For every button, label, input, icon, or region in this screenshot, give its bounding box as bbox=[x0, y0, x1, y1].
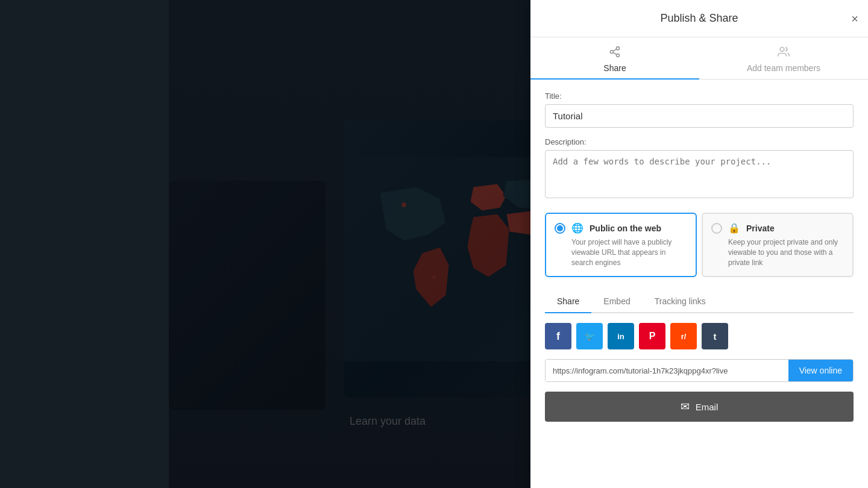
url-input[interactable] bbox=[546, 360, 788, 381]
private-title: Private bbox=[746, 224, 775, 233]
facebook-button[interactable]: f bbox=[545, 323, 571, 349]
lock-icon: 🔒 bbox=[728, 222, 740, 234]
sub-tab-embed-label: Embed bbox=[603, 296, 630, 306]
pinterest-button[interactable]: P bbox=[639, 323, 665, 349]
facebook-icon: f bbox=[556, 330, 560, 343]
publish-share-modal: Publish & Share × Share bbox=[530, 0, 868, 488]
visibility-options: 🌐 Public on the web Your project will ha… bbox=[545, 213, 854, 277]
tab-add-team[interactable]: Add team members bbox=[699, 37, 868, 79]
svg-point-7 bbox=[617, 47, 620, 50]
modal-header: Publish & Share × bbox=[530, 0, 868, 37]
sub-tab-share[interactable]: Share bbox=[545, 292, 591, 312]
sub-tab-tracking-label: Tracking links bbox=[655, 296, 706, 306]
tab-share[interactable]: Share bbox=[530, 37, 699, 79]
title-label: Title: bbox=[545, 92, 854, 101]
private-description: Keep your project private and only viewa… bbox=[711, 237, 844, 267]
linkedin-icon: in bbox=[617, 332, 624, 341]
description-label: Description: bbox=[545, 137, 854, 146]
title-input[interactable] bbox=[545, 104, 854, 128]
private-card-header: 🔒 Private bbox=[711, 222, 844, 234]
sub-tab-tracking[interactable]: Tracking links bbox=[643, 292, 718, 312]
svg-line-10 bbox=[613, 52, 617, 54]
social-buttons: f 🐦 in P r/ t bbox=[545, 323, 854, 349]
public-title: Public on the web bbox=[590, 224, 661, 233]
email-label: Email bbox=[696, 402, 719, 412]
modal-body: Title: Description: 🌐 Public on the web … bbox=[530, 80, 868, 488]
email-button[interactable]: ✉ Email bbox=[545, 392, 854, 422]
tumblr-icon: t bbox=[714, 331, 717, 342]
twitter-button[interactable]: 🐦 bbox=[576, 323, 603, 349]
svg-point-12 bbox=[780, 48, 784, 52]
view-online-button[interactable]: View online bbox=[788, 360, 853, 381]
public-card-header: 🌐 Public on the web bbox=[555, 222, 687, 234]
svg-line-11 bbox=[613, 49, 617, 51]
visibility-private[interactable]: 🔒 Private Keep your project private and … bbox=[702, 213, 854, 277]
public-radio bbox=[555, 223, 565, 234]
public-description: Your project will have a publicly viewab… bbox=[555, 237, 687, 267]
tab-share-label: Share bbox=[603, 63, 626, 73]
svg-point-8 bbox=[611, 51, 614, 54]
tab-bar: Share Add team members bbox=[530, 37, 868, 80]
visibility-public[interactable]: 🌐 Public on the web Your project will ha… bbox=[545, 213, 697, 277]
url-row: View online bbox=[545, 359, 854, 382]
svg-point-9 bbox=[617, 54, 620, 57]
email-icon: ✉ bbox=[681, 400, 690, 413]
people-icon bbox=[778, 46, 790, 61]
globe-icon: 🌐 bbox=[571, 222, 583, 234]
tab-team-label: Add team members bbox=[747, 63, 820, 73]
description-textarea[interactable] bbox=[545, 150, 854, 198]
reddit-icon: r/ bbox=[681, 332, 687, 341]
modal-title: Publish & Share bbox=[660, 12, 738, 25]
twitter-icon: 🐦 bbox=[585, 331, 595, 341]
sub-tab-bar: Share Embed Tracking links bbox=[545, 292, 854, 313]
view-online-label: View online bbox=[799, 366, 842, 375]
sub-tab-embed[interactable]: Embed bbox=[591, 292, 642, 312]
tumblr-button[interactable]: t bbox=[702, 323, 728, 349]
pinterest-icon: P bbox=[649, 331, 656, 342]
share-icon bbox=[609, 46, 621, 61]
linkedin-button[interactable]: in bbox=[608, 323, 634, 349]
sub-tab-share-label: Share bbox=[557, 296, 579, 306]
reddit-button[interactable]: r/ bbox=[670, 323, 697, 349]
close-button[interactable]: × bbox=[851, 13, 858, 25]
private-radio bbox=[711, 223, 722, 234]
